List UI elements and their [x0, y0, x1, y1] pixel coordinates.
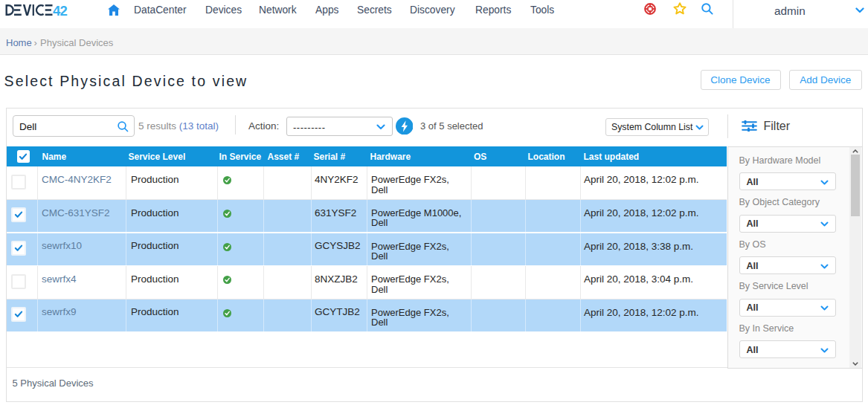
svg-text:42: 42 [53, 4, 67, 16]
